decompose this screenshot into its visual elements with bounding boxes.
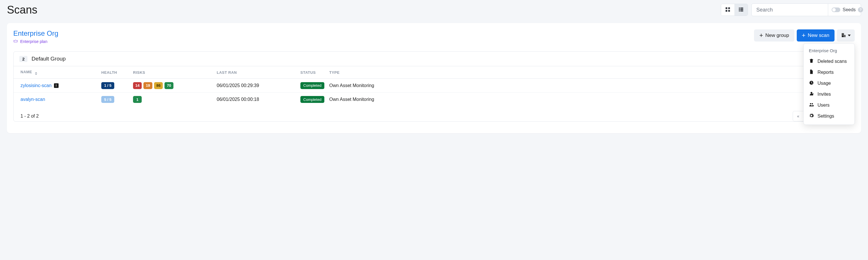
svg-rect-0 [726, 7, 727, 9]
svg-rect-3 [728, 10, 730, 11]
grid-view-button[interactable] [721, 4, 734, 15]
dropdown-title: Enterprise Org [804, 46, 855, 56]
org-name[interactable]: Enterprise Org [13, 29, 58, 37]
invite-icon [809, 91, 814, 97]
svg-rect-7 [740, 9, 743, 10]
scan-name-link[interactable]: zylosisinc-scan! [21, 83, 101, 88]
dropdown-item-invites[interactable]: Invites [804, 89, 855, 100]
list-view-button[interactable] [734, 4, 748, 15]
dropdown-item-label: Invites [817, 92, 831, 97]
svg-rect-8 [739, 10, 740, 11]
seeds-toggle[interactable] [832, 7, 840, 12]
risk-pill: 70 [164, 82, 173, 89]
risk-pill: 19 [144, 82, 152, 89]
new-group-button[interactable]: + New group [754, 29, 794, 41]
list-icon [738, 7, 744, 13]
risk-pill: 86 [154, 82, 163, 89]
group-header[interactable]: 2 Default Group [13, 52, 855, 66]
health-pill: 5 / 5 [101, 96, 114, 103]
svg-rect-9 [740, 10, 743, 11]
users-icon [809, 102, 814, 108]
svg-rect-1 [728, 7, 730, 9]
search-container: Seeds ? [751, 3, 861, 16]
trash-icon [809, 58, 814, 65]
column-status: STATUS [300, 70, 329, 75]
new-scan-label: New scan [808, 33, 829, 38]
dropdown-item-label: Usage [817, 81, 831, 86]
group-count-badge: 2 [19, 56, 27, 62]
new-group-label: New group [765, 33, 789, 38]
scan-name-link[interactable]: avalyn-scan [21, 97, 101, 102]
risk-pill: 14 [133, 82, 142, 89]
crown-icon [13, 39, 18, 44]
svg-rect-6 [739, 9, 740, 10]
gear-icon [809, 113, 814, 119]
table-header: NAME HEALTH RISKS LAST RAN STATUS TYPE [13, 66, 855, 79]
last-ran-value: 06/01/2025 00:00:18 [217, 97, 300, 102]
column-name[interactable]: NAME [21, 70, 101, 75]
org-dropdown-menu: Enterprise Org Deleted scansReportsUsage… [803, 43, 855, 125]
column-health: HEALTH [101, 70, 133, 75]
dropdown-item-reports[interactable]: Reports [804, 67, 855, 78]
plan-label: Enterprise plan [20, 39, 47, 44]
dropdown-item-usage[interactable]: Usage [804, 78, 855, 89]
alert-flag-icon: ! [54, 83, 59, 88]
sort-icon [35, 72, 37, 75]
dropdown-item-settings[interactable]: Settings [804, 111, 855, 122]
org-menu-button[interactable] [837, 29, 855, 41]
status-badge: Completed [300, 82, 324, 89]
column-last-ran: LAST RAN [217, 70, 300, 75]
building-icon [841, 33, 846, 39]
help-icon[interactable]: ? [858, 7, 863, 12]
risk-pill: 1 [133, 96, 142, 103]
caret-down-icon [848, 35, 851, 36]
type-value: Own Asset Monitoring [329, 83, 825, 88]
view-toggle [721, 4, 748, 16]
svg-rect-4 [739, 7, 740, 8]
search-input[interactable] [752, 7, 828, 13]
health-pill: 1 / 5 [101, 82, 114, 89]
file-icon [809, 69, 814, 75]
plus-icon: + [759, 32, 763, 39]
column-risks: RISKS [133, 70, 217, 75]
dropdown-item-label: Users [817, 103, 830, 108]
grid-icon [725, 7, 731, 13]
dropdown-item-label: Deleted scans [817, 59, 847, 64]
dropdown-item-label: Reports [817, 70, 834, 75]
page-title: Scans [7, 4, 37, 16]
last-ran-value: 06/01/2025 00:29:39 [217, 83, 300, 88]
group-name: Default Group [31, 56, 65, 62]
dropdown-item-users[interactable]: Users [804, 100, 855, 111]
plus-icon: + [802, 32, 806, 39]
seeds-toggle-label: Seeds [843, 7, 856, 12]
type-value: Own Asset Monitoring [329, 97, 825, 102]
table-row: zylosisinc-scan!1 / 51419867006/01/2025 … [13, 79, 855, 93]
table-row: avalyn-scan5 / 5106/01/2025 00:00:18Comp… [13, 93, 855, 106]
dropdown-item-label: Settings [817, 113, 834, 119]
pagination-info: 1 - 2 of 2 [21, 113, 39, 119]
new-scan-button[interactable]: + New scan [797, 29, 835, 41]
status-badge: Completed [300, 96, 324, 103]
svg-rect-2 [726, 10, 727, 11]
pager-first[interactable]: « [793, 111, 804, 121]
svg-rect-5 [740, 7, 743, 8]
gauge-icon [809, 80, 814, 87]
dropdown-item-deleted-scans[interactable]: Deleted scans [804, 56, 855, 67]
column-type: TYPE [329, 70, 825, 75]
